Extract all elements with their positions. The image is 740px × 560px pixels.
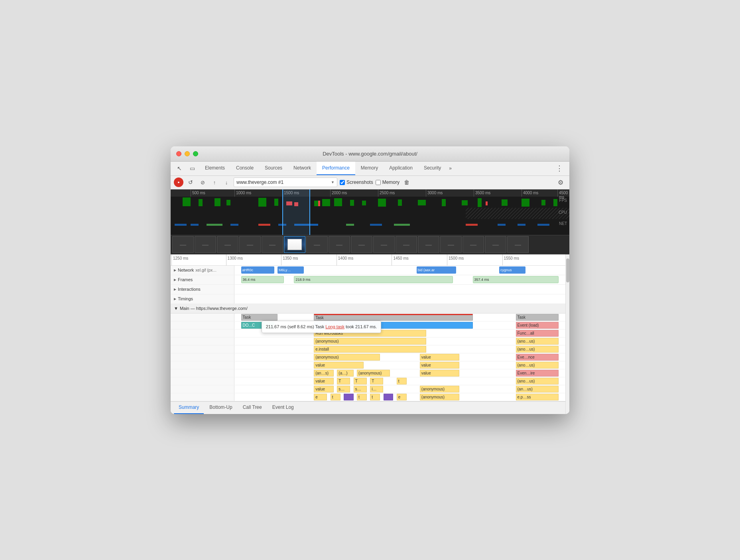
flame-value-block-10[interactable]: value	[314, 386, 334, 392]
download-button[interactable]: ↓	[222, 177, 231, 187]
tab-console[interactable]: Console	[230, 162, 259, 175]
scrollbar-thumb[interactable]	[566, 258, 569, 282]
tab-elements[interactable]: Elements	[199, 162, 230, 175]
upload-button[interactable]: ↑	[210, 177, 219, 187]
flame-anon-block-1[interactable]: (anonymous)	[314, 338, 426, 345]
flame-s-block-2[interactable]: s…	[354, 386, 367, 392]
flame-anon-block-8[interactable]: (anonymous)	[357, 370, 390, 377]
flame-T-block-1[interactable]: T	[337, 378, 350, 385]
flame-a-block[interactable]: (a…)	[337, 370, 354, 377]
tab-network[interactable]: Network	[288, 162, 317, 175]
bottom-tab-bottomup[interactable]: Bottom-Up	[205, 401, 237, 414]
flame-value-block-7b[interactable]: value	[420, 362, 460, 369]
screenshot-thumb: ▬▬	[217, 236, 238, 253]
interactions-expand-arrow: ▶	[174, 288, 176, 291]
flame-doc-block[interactable]: DO...C	[241, 322, 274, 329]
network-track-content: aHR0c M6Ly… bid (aax.ar cygnus	[234, 266, 565, 275]
flame-anous-block-7[interactable]: (ano…us)	[516, 362, 559, 369]
flame-evnce-block[interactable]: Eve…nce	[516, 354, 559, 361]
network-bar-M6Ly[interactable]: M6Ly…	[278, 266, 304, 274]
flame-value-block-8[interactable]: value	[420, 370, 460, 377]
flame-epss-block[interactable]: e.p…ss	[516, 394, 559, 400]
flame-value-block-7a[interactable]: value	[314, 362, 364, 369]
reload-record-button[interactable]: ↺	[186, 177, 195, 187]
flame-event-load-block[interactable]: Event (load)	[516, 322, 559, 329]
clear-recording-button[interactable]: 🗑	[402, 177, 411, 187]
interactions-track-label[interactable]: ▶ Interactions	[171, 285, 234, 294]
network-bar-cygnus[interactable]: cygnus	[499, 266, 525, 274]
flame-T-block-2[interactable]: T	[354, 378, 367, 385]
main-section-header[interactable]: ▼ Main — https://www.theverge.com/	[171, 304, 565, 314]
timings-track-label[interactable]: ▶ Timings	[171, 294, 234, 304]
record-button[interactable]: ●	[174, 177, 183, 187]
close-button[interactable]	[176, 151, 181, 156]
flame-anon-block-2[interactable]: (ano…us)	[516, 338, 559, 345]
flame-ans-block[interactable]: (an…s)	[314, 370, 334, 377]
task-block-3[interactable]: Task	[516, 314, 559, 321]
flame-t-block-11c[interactable]: t	[370, 394, 380, 400]
flame-anon-block-11[interactable]: (anonymous)	[420, 394, 460, 400]
flame-evenire-block[interactable]: Even…ire	[516, 370, 559, 377]
flame-xhr-block[interactable]: XHR Load (c…	[314, 322, 472, 329]
tab-application[interactable]: Application	[384, 162, 418, 175]
vertical-scrollbar[interactable]	[565, 254, 569, 414]
flame-t-block-9[interactable]: t	[397, 378, 407, 385]
flame-value-block-9[interactable]: value	[314, 378, 334, 385]
network-bar-aHR0c[interactable]: aHR0c	[241, 266, 274, 274]
flame-purple-block-2[interactable]	[384, 394, 394, 400]
responsive-mode-button[interactable]: ▭	[187, 163, 198, 174]
more-tabs-button[interactable]: »	[447, 166, 454, 171]
flame-anon-block-6[interactable]: (anonymous)	[314, 354, 380, 361]
bottom-tabs-bar: Summary Bottom-Up Call Tree Event Log	[171, 401, 565, 414]
flame-e-block-2[interactable]: e	[397, 394, 407, 400]
zoom-tick-1400: 1400 ms	[337, 254, 353, 266]
timeline-overview[interactable]: 500 ms 1000 ms 1500 ms 2000 ms 2500 ms 3…	[171, 189, 569, 235]
flame-microtasks-block[interactable]: Run Microtasks	[314, 330, 426, 337]
minimize-button[interactable]	[185, 151, 190, 156]
flame-value-block-6[interactable]: value	[420, 354, 460, 361]
task-block-2[interactable]: Task	[314, 314, 472, 321]
settings-button[interactable]: ⚙	[555, 177, 566, 188]
bottom-tab-eventlog[interactable]: Event Log	[268, 401, 299, 414]
frame-bar-2[interactable]: 218.9 ms	[294, 276, 453, 283]
flame-purple-block-1[interactable]	[344, 394, 354, 400]
flame-e-block-1[interactable]: e	[314, 394, 327, 400]
memory-checkbox[interactable]	[376, 180, 381, 185]
menu-dots-button[interactable]: ⋮	[553, 164, 566, 173]
cursor-tool-button[interactable]: ↖	[174, 163, 185, 174]
memory-checkbox-label[interactable]: Memory	[376, 179, 400, 185]
flame-T-block-3[interactable]: T	[370, 378, 383, 385]
frames-track-label[interactable]: ▶ Frames	[171, 275, 234, 284]
flame-anous-block-5[interactable]: (ano…us)	[516, 346, 559, 353]
tab-security[interactable]: Security	[418, 162, 447, 175]
clear-button[interactable]: ⊘	[198, 177, 207, 187]
tab-memory[interactable]: Memory	[355, 162, 384, 175]
zoom-tick-1350: 1350 ms	[281, 254, 298, 266]
flame-einstall-block[interactable]: e.install	[314, 346, 426, 353]
flame-anon-block-10[interactable]: (anonymous)	[420, 386, 460, 392]
flame-t-block-11a[interactable]: t	[331, 394, 340, 400]
tab-performance[interactable]: Performance	[317, 162, 355, 175]
cpu-bars	[171, 208, 569, 219]
flame-anous-block-9[interactable]: (ano…us)	[516, 378, 559, 385]
flame-i-block[interactable]: i…	[370, 386, 383, 392]
svg-rect-19	[478, 198, 482, 207]
frame-bar-3[interactable]: 357.4 ms	[473, 276, 559, 283]
screenshots-checkbox[interactable]	[340, 180, 345, 185]
screenshots-checkbox-label[interactable]: Screenshots	[340, 179, 373, 185]
maximize-button[interactable]	[193, 151, 198, 156]
flame-anus-block-10[interactable]: (an…us)	[516, 386, 559, 392]
tab-sources[interactable]: Sources	[259, 162, 288, 175]
network-bar-bid[interactable]: bid (aax.ar	[417, 266, 457, 274]
network-track-label[interactable]: ▶ Network xel.gif (px…	[171, 266, 234, 275]
bottom-tab-summary[interactable]: Summary	[174, 401, 204, 414]
task-block-1[interactable]: Task	[241, 314, 278, 321]
flame-s-block-1[interactable]: s…	[337, 386, 350, 392]
bottom-tab-calltree[interactable]: Call Tree	[238, 401, 267, 414]
flame-funcall-block[interactable]: Func…all	[516, 330, 559, 337]
frame-bar-1[interactable]: 36.4 ms	[241, 276, 284, 283]
flame-chart[interactable]: 211.67 ms (self 8.62 ms) Task Long task …	[171, 314, 565, 401]
flame-t-block-11b[interactable]: t	[357, 394, 367, 400]
svg-rect-14	[378, 199, 386, 207]
screenshot-thumb: ▬▬	[485, 236, 506, 253]
